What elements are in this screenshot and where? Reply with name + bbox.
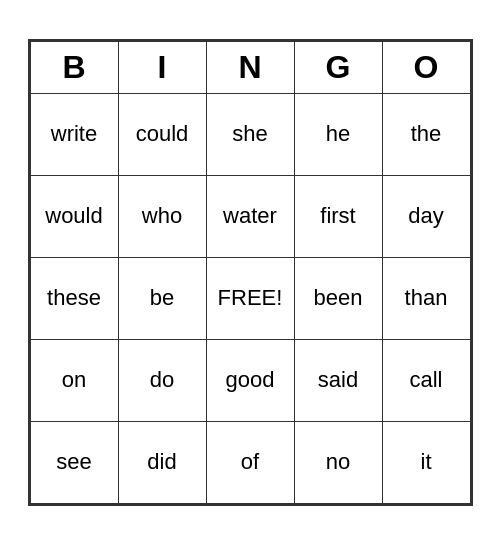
header-b: B [30, 41, 118, 93]
table-cell: would [30, 175, 118, 257]
table-cell: call [382, 339, 470, 421]
table-cell: the [382, 93, 470, 175]
table-row: seedidofnoit [30, 421, 470, 503]
bingo-table: B I N G O writecouldshehethewouldwhowate… [30, 41, 471, 504]
table-cell: good [206, 339, 294, 421]
table-cell: write [30, 93, 118, 175]
table-cell: FREE! [206, 257, 294, 339]
table-cell: on [30, 339, 118, 421]
header-i: I [118, 41, 206, 93]
header-n: N [206, 41, 294, 93]
table-row: writecouldshehethe [30, 93, 470, 175]
table-cell: see [30, 421, 118, 503]
table-cell: he [294, 93, 382, 175]
table-row: wouldwhowaterfirstday [30, 175, 470, 257]
table-cell: did [118, 421, 206, 503]
table-cell: water [206, 175, 294, 257]
bingo-card: B I N G O writecouldshehethewouldwhowate… [28, 39, 473, 506]
header-g: G [294, 41, 382, 93]
table-cell: she [206, 93, 294, 175]
table-row: thesebeFREE!beenthan [30, 257, 470, 339]
header-o: O [382, 41, 470, 93]
table-cell: of [206, 421, 294, 503]
table-cell: first [294, 175, 382, 257]
table-cell: no [294, 421, 382, 503]
table-cell: it [382, 421, 470, 503]
table-cell: been [294, 257, 382, 339]
table-cell: these [30, 257, 118, 339]
table-cell: could [118, 93, 206, 175]
table-cell: said [294, 339, 382, 421]
table-row: ondogoodsaidcall [30, 339, 470, 421]
table-cell: day [382, 175, 470, 257]
table-cell: than [382, 257, 470, 339]
table-cell: be [118, 257, 206, 339]
table-cell: who [118, 175, 206, 257]
header-row: B I N G O [30, 41, 470, 93]
table-cell: do [118, 339, 206, 421]
